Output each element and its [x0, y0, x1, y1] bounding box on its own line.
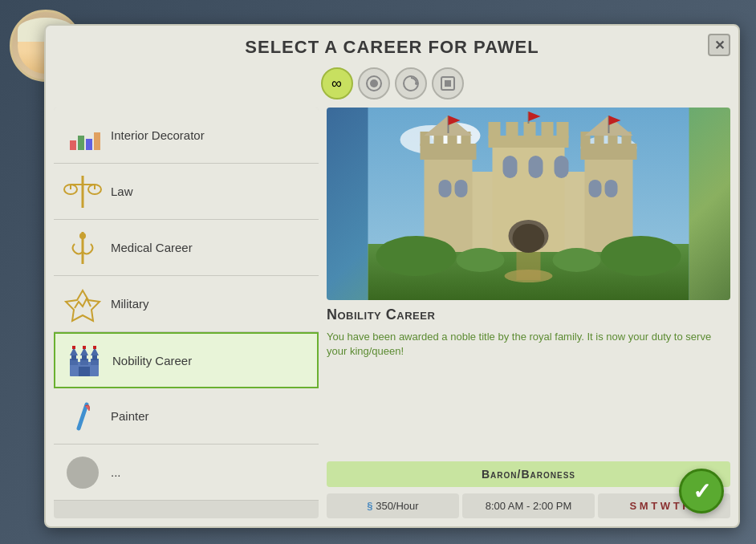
career-item-military[interactable]: Military [54, 276, 319, 332]
svg-rect-24 [82, 355, 87, 360]
svg-rect-61 [524, 122, 536, 138]
interior-decorator-icon [60, 113, 104, 157]
filter-expansion1[interactable] [358, 67, 390, 99]
svg-rect-31 [83, 346, 86, 349]
law-icon [60, 169, 104, 213]
salary-value: 350/Hour [376, 500, 418, 512]
svg-rect-7 [78, 136, 84, 150]
law-label: Law [111, 185, 133, 198]
nobility-label: Nobility Career [112, 354, 192, 367]
svg-rect-23 [71, 355, 76, 360]
more-icon [60, 450, 104, 494]
career-list[interactable]: Interior Decorator Law [54, 108, 319, 518]
svg-rect-60 [506, 122, 518, 138]
salary-stat: § 350/Hour [327, 493, 459, 518]
svg-rect-50 [585, 148, 633, 252]
filter-row: ∞ [46, 64, 738, 108]
more-label: ... [111, 465, 121, 479]
svg-point-3 [415, 82, 418, 85]
svg-point-75 [457, 248, 505, 272]
svg-rect-5 [445, 80, 451, 87]
svg-rect-8 [86, 139, 92, 150]
svg-rect-30 [72, 346, 75, 349]
confirm-button[interactable] [679, 469, 724, 514]
career-item-more[interactable]: ... [54, 445, 319, 501]
svg-rect-25 [92, 355, 97, 360]
svg-rect-72 [513, 224, 545, 253]
military-icon [60, 282, 104, 326]
career-item-painter[interactable]: Painter [54, 388, 319, 445]
career-track-bar: Baron/Baroness [327, 461, 730, 487]
career-item-nobility[interactable]: Nobility Career [54, 332, 319, 388]
dialog-title: Select a Career for Pawel [62, 37, 722, 58]
career-stats: § 350/Hour 8:00 AM - 2:00 PM S M T W T F… [327, 493, 730, 518]
career-image [327, 108, 730, 300]
svg-rect-26 [79, 367, 90, 376]
dialog-content: Interior Decorator Law [46, 108, 738, 526]
dollar-icon: § [367, 500, 376, 512]
svg-rect-59 [489, 122, 501, 138]
svg-rect-9 [94, 132, 100, 150]
hours-value: 8:00 AM - 2:00 PM [486, 500, 572, 512]
career-item-law[interactable]: Law [54, 164, 319, 220]
close-button[interactable]: ✕ [708, 34, 730, 56]
svg-point-76 [553, 248, 601, 272]
military-label: Military [111, 297, 149, 311]
selected-career-description: You have been awarded a noble title by t… [327, 330, 730, 359]
dialog-header: Select a Career for Pawel ✕ [46, 26, 738, 64]
svg-rect-62 [542, 122, 554, 138]
medical-icon [60, 225, 104, 270]
medical-label: Medical Career [111, 241, 193, 254]
svg-rect-70 [555, 156, 569, 178]
svg-rect-65 [455, 180, 468, 197]
detail-panel: Nobility Career You have been awarded a … [327, 108, 730, 518]
svg-point-73 [376, 236, 457, 276]
svg-rect-6 [70, 140, 76, 150]
svg-rect-67 [605, 180, 618, 197]
career-select-dialog: Select a Career for Pawel ✕ ∞ [44, 24, 740, 528]
career-item-medical[interactable]: Medical Career [54, 220, 319, 276]
svg-rect-43 [425, 148, 473, 252]
selected-career-name: Nobility Career [327, 307, 730, 323]
svg-point-33 [67, 457, 99, 489]
painter-icon [60, 394, 104, 438]
svg-rect-32 [93, 346, 96, 349]
nobility-icon [62, 339, 106, 383]
svg-point-1 [370, 79, 378, 87]
filter-expansion3[interactable] [432, 67, 464, 99]
filter-expansion2[interactable] [395, 67, 427, 99]
career-item-interior-decorator[interactable]: Interior Decorator [54, 108, 319, 164]
svg-rect-63 [557, 122, 569, 138]
svg-point-17 [79, 233, 86, 239]
interior-decorator-label: Interior Decorator [111, 128, 205, 142]
filter-all[interactable]: ∞ [321, 67, 353, 99]
svg-rect-69 [529, 156, 543, 178]
svg-point-74 [601, 236, 681, 276]
hours-stat: 8:00 AM - 2:00 PM [462, 493, 595, 518]
svg-rect-66 [589, 180, 602, 197]
svg-rect-64 [439, 180, 452, 197]
svg-rect-68 [503, 156, 518, 178]
painter-label: Painter [111, 409, 149, 423]
